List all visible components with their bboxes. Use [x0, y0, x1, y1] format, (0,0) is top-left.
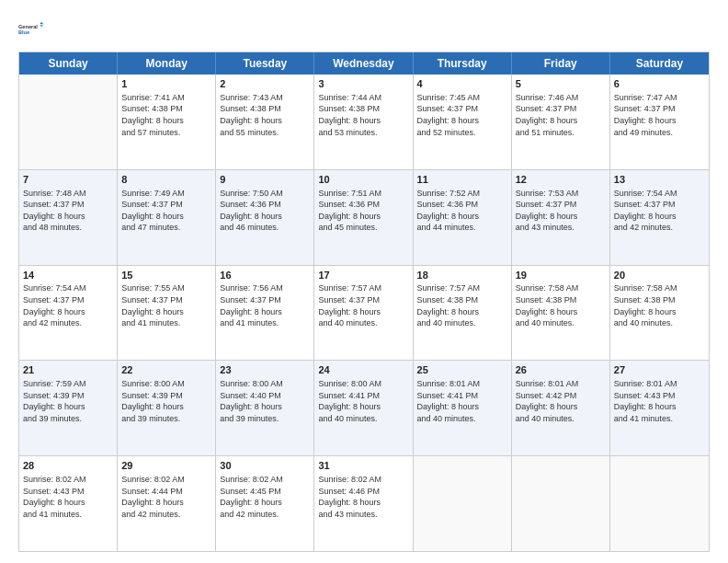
- day-number: 21: [23, 363, 113, 377]
- page: General Blue SundayMondayTuesdayWednesda…: [0, 0, 728, 563]
- day-cell-4: 4Sunrise: 7:45 AM Sunset: 4:37 PM Daylig…: [414, 75, 512, 169]
- day-cell-21: 21Sunrise: 7:59 AM Sunset: 4:39 PM Dayli…: [19, 361, 118, 455]
- day-cell-31: 31Sunrise: 8:02 AM Sunset: 4:46 PM Dayli…: [314, 456, 413, 551]
- day-info: Sunrise: 7:51 AM Sunset: 4:36 PM Dayligh…: [318, 188, 408, 234]
- day-cell-20: 20Sunrise: 7:58 AM Sunset: 4:38 PM Dayli…: [610, 266, 709, 361]
- empty-cell: [512, 456, 610, 551]
- day-info: Sunrise: 8:01 AM Sunset: 4:42 PM Dayligh…: [516, 378, 606, 424]
- day-cell-3: 3Sunrise: 7:44 AM Sunset: 4:38 PM Daylig…: [314, 75, 413, 169]
- day-info: Sunrise: 7:57 AM Sunset: 4:38 PM Dayligh…: [417, 282, 507, 328]
- day-cell-19: 19Sunrise: 7:58 AM Sunset: 4:38 PM Dayli…: [512, 266, 610, 361]
- day-info: Sunrise: 8:02 AM Sunset: 4:45 PM Dayligh…: [220, 474, 310, 520]
- day-number: 6: [614, 77, 705, 91]
- day-number: 4: [417, 77, 507, 91]
- day-cell-29: 29Sunrise: 8:02 AM Sunset: 4:44 PM Dayli…: [118, 456, 216, 551]
- day-info: Sunrise: 7:50 AM Sunset: 4:36 PM Dayligh…: [220, 188, 310, 234]
- header-day-sunday: Sunday: [19, 52, 118, 75]
- day-info: Sunrise: 7:54 AM Sunset: 4:37 PM Dayligh…: [614, 188, 705, 234]
- day-info: Sunrise: 7:57 AM Sunset: 4:37 PM Dayligh…: [318, 282, 408, 328]
- day-info: Sunrise: 8:01 AM Sunset: 4:43 PM Dayligh…: [614, 378, 705, 424]
- day-info: Sunrise: 8:00 AM Sunset: 4:40 PM Dayligh…: [220, 378, 310, 424]
- day-cell-5: 5Sunrise: 7:46 AM Sunset: 4:37 PM Daylig…: [512, 75, 610, 169]
- calendar: SundayMondayTuesdayWednesdayThursdayFrid…: [18, 52, 710, 552]
- day-number: 17: [318, 269, 408, 282]
- day-info: Sunrise: 8:02 AM Sunset: 4:43 PM Dayligh…: [23, 474, 113, 520]
- day-cell-24: 24Sunrise: 8:00 AM Sunset: 4:41 PM Dayli…: [314, 361, 413, 455]
- day-cell-15: 15Sunrise: 7:55 AM Sunset: 4:37 PM Dayli…: [118, 266, 216, 361]
- day-number: 19: [516, 269, 606, 282]
- empty-cell: [19, 75, 118, 169]
- day-cell-12: 12Sunrise: 7:53 AM Sunset: 4:37 PM Dayli…: [512, 170, 610, 265]
- day-info: Sunrise: 7:49 AM Sunset: 4:37 PM Dayligh…: [121, 188, 211, 234]
- day-number: 11: [417, 173, 507, 187]
- day-info: Sunrise: 7:45 AM Sunset: 4:37 PM Dayligh…: [417, 92, 507, 138]
- day-info: Sunrise: 7:55 AM Sunset: 4:37 PM Dayligh…: [121, 282, 211, 328]
- day-info: Sunrise: 8:02 AM Sunset: 4:46 PM Dayligh…: [318, 474, 408, 520]
- day-cell-23: 23Sunrise: 8:00 AM Sunset: 4:40 PM Dayli…: [216, 361, 314, 455]
- day-number: 16: [220, 269, 310, 282]
- day-number: 9: [220, 173, 310, 187]
- logo-icon: General Blue: [18, 17, 44, 42]
- calendar-week-4: 21Sunrise: 7:59 AM Sunset: 4:39 PM Dayli…: [19, 361, 709, 456]
- day-number: 15: [121, 269, 211, 282]
- day-cell-26: 26Sunrise: 8:01 AM Sunset: 4:42 PM Dayli…: [512, 361, 610, 455]
- day-cell-16: 16Sunrise: 7:56 AM Sunset: 4:37 PM Dayli…: [216, 266, 314, 361]
- header-day-friday: Friday: [512, 52, 610, 75]
- day-number: 24: [318, 363, 408, 377]
- day-number: 23: [220, 363, 310, 377]
- day-cell-18: 18Sunrise: 7:57 AM Sunset: 4:38 PM Dayli…: [414, 266, 512, 361]
- day-info: Sunrise: 7:52 AM Sunset: 4:36 PM Dayligh…: [417, 188, 507, 234]
- calendar-week-5: 28Sunrise: 8:02 AM Sunset: 4:43 PM Dayli…: [19, 456, 709, 551]
- day-cell-1: 1Sunrise: 7:41 AM Sunset: 4:38 PM Daylig…: [118, 75, 216, 169]
- day-info: Sunrise: 7:41 AM Sunset: 4:38 PM Dayligh…: [121, 92, 211, 138]
- day-number: 2: [220, 77, 310, 91]
- day-cell-25: 25Sunrise: 8:01 AM Sunset: 4:41 PM Dayli…: [414, 361, 512, 455]
- day-number: 7: [23, 173, 113, 187]
- day-info: Sunrise: 8:00 AM Sunset: 4:41 PM Dayligh…: [318, 378, 408, 424]
- day-cell-27: 27Sunrise: 8:01 AM Sunset: 4:43 PM Dayli…: [610, 361, 709, 455]
- day-number: 1: [121, 77, 211, 91]
- day-info: Sunrise: 7:43 AM Sunset: 4:38 PM Dayligh…: [220, 92, 310, 138]
- calendar-week-2: 7Sunrise: 7:48 AM Sunset: 4:37 PM Daylig…: [19, 170, 709, 266]
- day-number: 18: [417, 269, 507, 282]
- day-info: Sunrise: 7:59 AM Sunset: 4:39 PM Dayligh…: [23, 378, 113, 424]
- day-number: 30: [220, 459, 310, 473]
- calendar-header: SundayMondayTuesdayWednesdayThursdayFrid…: [19, 52, 709, 75]
- empty-cell: [414, 456, 512, 551]
- day-number: 13: [614, 173, 705, 187]
- svg-text:General: General: [18, 24, 38, 29]
- day-cell-30: 30Sunrise: 8:02 AM Sunset: 4:45 PM Dayli…: [216, 456, 314, 551]
- day-info: Sunrise: 7:53 AM Sunset: 4:37 PM Dayligh…: [516, 188, 606, 234]
- day-cell-28: 28Sunrise: 8:02 AM Sunset: 4:43 PM Dayli…: [19, 456, 118, 551]
- day-number: 3: [318, 77, 408, 91]
- empty-cell: [610, 456, 709, 551]
- day-info: Sunrise: 7:47 AM Sunset: 4:37 PM Dayligh…: [614, 92, 705, 138]
- header-day-tuesday: Tuesday: [216, 52, 314, 75]
- svg-text:Blue: Blue: [18, 29, 29, 35]
- day-cell-8: 8Sunrise: 7:49 AM Sunset: 4:37 PM Daylig…: [118, 170, 216, 265]
- day-info: Sunrise: 7:58 AM Sunset: 4:38 PM Dayligh…: [516, 282, 606, 328]
- day-cell-14: 14Sunrise: 7:54 AM Sunset: 4:37 PM Dayli…: [19, 266, 118, 361]
- day-info: Sunrise: 7:58 AM Sunset: 4:38 PM Dayligh…: [614, 282, 705, 328]
- logo: General Blue: [18, 17, 44, 42]
- day-info: Sunrise: 8:00 AM Sunset: 4:39 PM Dayligh…: [121, 378, 211, 424]
- day-cell-7: 7Sunrise: 7:48 AM Sunset: 4:37 PM Daylig…: [19, 170, 118, 265]
- day-number: 31: [318, 459, 408, 473]
- day-info: Sunrise: 8:01 AM Sunset: 4:41 PM Dayligh…: [417, 378, 507, 424]
- header-day-monday: Monday: [118, 52, 216, 75]
- day-number: 25: [417, 363, 507, 377]
- day-number: 10: [318, 173, 408, 187]
- calendar-week-1: 1Sunrise: 7:41 AM Sunset: 4:38 PM Daylig…: [19, 75, 709, 170]
- day-cell-6: 6Sunrise: 7:47 AM Sunset: 4:37 PM Daylig…: [610, 75, 709, 169]
- day-cell-22: 22Sunrise: 8:00 AM Sunset: 4:39 PM Dayli…: [118, 361, 216, 455]
- day-cell-2: 2Sunrise: 7:43 AM Sunset: 4:38 PM Daylig…: [216, 75, 314, 169]
- calendar-body: 1Sunrise: 7:41 AM Sunset: 4:38 PM Daylig…: [19, 75, 709, 551]
- day-number: 20: [614, 269, 705, 282]
- day-cell-13: 13Sunrise: 7:54 AM Sunset: 4:37 PM Dayli…: [610, 170, 709, 265]
- day-number: 12: [516, 173, 606, 187]
- day-cell-10: 10Sunrise: 7:51 AM Sunset: 4:36 PM Dayli…: [314, 170, 413, 265]
- header-day-wednesday: Wednesday: [314, 52, 413, 75]
- day-cell-11: 11Sunrise: 7:52 AM Sunset: 4:36 PM Dayli…: [414, 170, 512, 265]
- svg-marker-2: [40, 22, 43, 24]
- calendar-week-3: 14Sunrise: 7:54 AM Sunset: 4:37 PM Dayli…: [19, 266, 709, 362]
